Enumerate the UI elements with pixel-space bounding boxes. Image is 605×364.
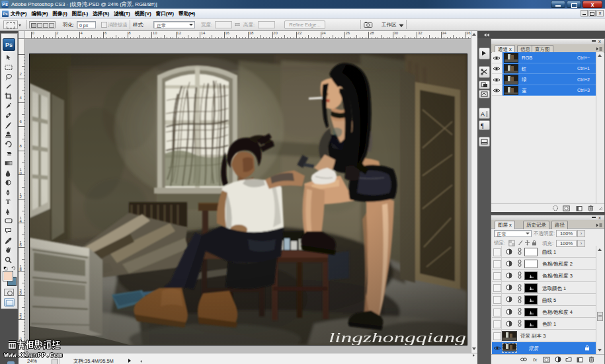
- svg-text:lingzhongqiang: lingzhongqiang: [329, 330, 466, 345]
- svg-text:A: A: [481, 111, 485, 118]
- svg-text:¶: ¶: [481, 122, 484, 129]
- svg-text:fx: fx: [533, 357, 538, 363]
- svg-text:T: T: [6, 198, 11, 205]
